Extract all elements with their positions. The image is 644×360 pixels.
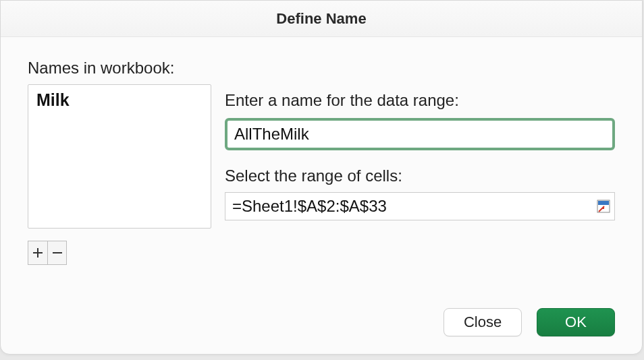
- remove-name-button[interactable]: [47, 241, 66, 264]
- dialog-title: Define Name: [1, 1, 642, 37]
- dialog-content: Names in workbook: Milk Enter a name for…: [1, 37, 642, 354]
- add-remove-group: [28, 241, 67, 265]
- details-panel: Enter a name for the data range: Select …: [225, 91, 615, 220]
- name-input-wrap: [225, 118, 615, 150]
- range-picker-button[interactable]: [591, 193, 614, 220]
- range-input[interactable]: [225, 193, 591, 220]
- names-panel: Names in workbook: Milk: [28, 59, 211, 265]
- list-item[interactable]: Milk: [36, 89, 203, 111]
- ok-button[interactable]: OK: [537, 308, 615, 336]
- names-label: Names in workbook:: [28, 59, 211, 78]
- range-picker-icon: [597, 200, 610, 213]
- range-section: Select the range of cells:: [225, 167, 615, 220]
- minus-icon: [52, 247, 63, 258]
- dialog-footer: Close OK: [444, 308, 615, 336]
- close-button[interactable]: Close: [444, 308, 522, 336]
- define-name-dialog: Define Name Names in workbook: Milk Ente…: [0, 0, 643, 355]
- name-field-label: Enter a name for the data range:: [225, 91, 615, 110]
- svg-rect-1: [598, 201, 609, 205]
- names-list[interactable]: Milk: [28, 84, 211, 229]
- range-row: [225, 192, 615, 220]
- range-field-label: Select the range of cells:: [225, 167, 615, 185]
- add-name-button[interactable]: [28, 241, 47, 264]
- plus-icon: [32, 247, 43, 258]
- name-input[interactable]: [227, 121, 612, 148]
